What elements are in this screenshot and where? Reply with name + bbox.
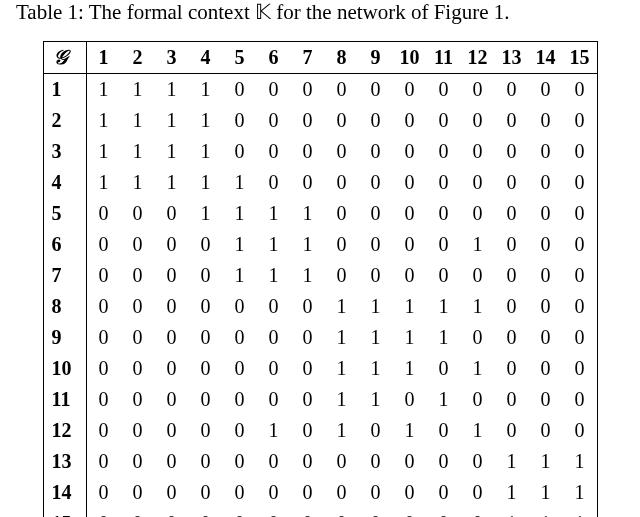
cell: 0 [495,291,529,322]
col-header: 2 [121,42,155,74]
row-header: 8 [43,291,86,322]
cell: 1 [529,508,563,517]
cell: 1 [427,384,461,415]
cell: 0 [223,353,257,384]
cell: 0 [189,260,223,291]
cell: 1 [155,105,189,136]
cell: 1 [393,415,427,446]
row-header: 13 [43,446,86,477]
cell: 0 [155,198,189,229]
cell: 0 [257,477,291,508]
cell: 0 [155,477,189,508]
col-header: 14 [529,42,563,74]
cell: 0 [257,508,291,517]
cell: 0 [121,353,155,384]
table-row: 3111100000000000 [43,136,597,167]
cell: 0 [189,384,223,415]
cell: 0 [427,167,461,198]
cell: 0 [563,415,598,446]
cell: 0 [393,105,427,136]
cell: 0 [563,136,598,167]
cell: 0 [529,229,563,260]
cell: 0 [121,384,155,415]
cell: 0 [563,322,598,353]
cell: 0 [155,508,189,517]
table-row: 13000000000000111 [43,446,597,477]
cell: 0 [155,353,189,384]
cell: 1 [121,74,155,106]
cell: 0 [563,353,598,384]
cell: 0 [495,74,529,106]
cell: 0 [121,446,155,477]
cell: 0 [529,136,563,167]
cell: 0 [223,415,257,446]
col-header: 3 [155,42,189,74]
row-header: 10 [43,353,86,384]
header-row: 𝒢 123456789101112131415 [43,42,597,74]
cell: 0 [325,136,359,167]
cell: 0 [189,477,223,508]
cell: 0 [223,384,257,415]
cell: 1 [257,260,291,291]
cell: 0 [427,446,461,477]
col-header: 8 [325,42,359,74]
cell: 1 [359,322,393,353]
cell: 0 [529,353,563,384]
cell: 1 [189,74,223,106]
cell: 1 [189,167,223,198]
caption-symbol: 𝕂 [255,0,271,24]
cell: 1 [563,477,598,508]
col-header: 9 [359,42,393,74]
cell: 0 [495,105,529,136]
row-header: 3 [43,136,86,167]
cell: 1 [86,167,121,198]
cell: 0 [427,508,461,517]
cell: 0 [257,167,291,198]
cell: 0 [325,477,359,508]
col-header: 13 [495,42,529,74]
cell: 0 [495,229,529,260]
cell: 0 [291,136,325,167]
cell: 0 [529,322,563,353]
cell: 0 [427,477,461,508]
cell: 0 [393,198,427,229]
cell: 0 [121,508,155,517]
cell: 0 [257,136,291,167]
cell: 0 [223,105,257,136]
table-row: 15000000000000111 [43,508,597,517]
cell: 0 [529,74,563,106]
cell: 0 [461,322,495,353]
cell: 0 [495,384,529,415]
cell: 0 [155,446,189,477]
table-row: 1111100000000000 [43,74,597,106]
cell: 0 [257,384,291,415]
cell: 0 [86,477,121,508]
cell: 0 [223,136,257,167]
cell: 0 [223,477,257,508]
cell: 0 [495,136,529,167]
table-row: 7000011100000000 [43,260,597,291]
cell: 1 [257,415,291,446]
cell: 0 [563,105,598,136]
context-table: 𝒢 123456789101112131415 1111100000000000… [43,41,598,517]
cell: 0 [495,353,529,384]
cell: 1 [257,229,291,260]
cell: 0 [189,353,223,384]
cell: 0 [155,291,189,322]
cell: 0 [257,291,291,322]
cell: 1 [257,198,291,229]
row-header: 9 [43,322,86,353]
cell: 1 [121,167,155,198]
corner-cell: 𝒢 [43,42,86,74]
cell: 1 [121,136,155,167]
cell: 1 [461,291,495,322]
cell: 0 [257,446,291,477]
cell: 1 [86,136,121,167]
cell: 1 [325,353,359,384]
cell: 1 [325,415,359,446]
cell: 0 [563,384,598,415]
cell: 0 [291,291,325,322]
cell: 1 [121,105,155,136]
cell: 0 [529,198,563,229]
cell: 0 [393,74,427,106]
